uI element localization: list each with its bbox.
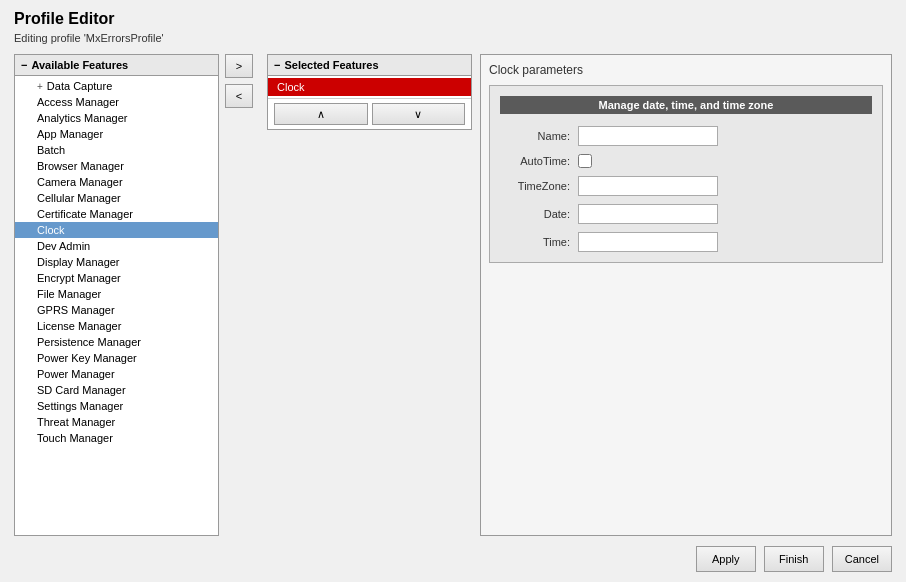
available-features-title: Available Features — [31, 59, 128, 71]
move-down-button[interactable]: ∨ — [372, 103, 466, 125]
cancel-button[interactable]: Cancel — [832, 546, 892, 572]
time-label: Time: — [500, 236, 570, 248]
selected-features-panel: − Selected Features Clock ∧ ∨ — [267, 54, 472, 130]
tree-item-browser-manager[interactable]: Browser Manager — [15, 158, 218, 174]
tree-item-touch-manager[interactable]: Touch Manager — [15, 430, 218, 446]
params-box: Manage date, time, and time zone Name: A… — [489, 85, 883, 263]
transfer-buttons: > < — [219, 54, 259, 536]
tree-item-persistence-manager[interactable]: Persistence Manager — [15, 334, 218, 350]
selected-features-title: Selected Features — [284, 59, 378, 71]
timezone-row: TimeZone: — [500, 176, 872, 196]
tree-item-clock[interactable]: Clock — [15, 222, 218, 238]
clock-parameters-title: Clock parameters — [489, 63, 883, 77]
selected-features-expander[interactable]: − — [274, 59, 280, 71]
tree-item-threat-manager[interactable]: Threat Manager — [15, 414, 218, 430]
date-row: Date: — [500, 204, 872, 224]
timezone-label: TimeZone: — [500, 180, 570, 192]
tree-item-access-manager[interactable]: Access Manager — [15, 94, 218, 110]
time-row: Time: — [500, 232, 872, 252]
tree-item-display-manager[interactable]: Display Manager — [15, 254, 218, 270]
date-input[interactable] — [578, 204, 718, 224]
tree-item-analytics-manager[interactable]: Analytics Manager — [15, 110, 218, 126]
clock-parameters-panel: Clock parameters Manage date, time, and … — [480, 54, 892, 536]
name-label: Name: — [500, 130, 570, 142]
autotime-label: AutoTime: — [500, 155, 570, 167]
timezone-input[interactable] — [578, 176, 718, 196]
params-header: Manage date, time, and time zone — [500, 96, 872, 114]
autotime-row: AutoTime: — [500, 154, 872, 168]
tree-item-cellular-manager[interactable]: Cellular Manager — [15, 190, 218, 206]
available-features-panel: − Available Features +Data CaptureAccess… — [14, 54, 219, 536]
autotime-checkbox[interactable] — [578, 154, 592, 168]
selected-area: − Selected Features Clock ∧ ∨ — [259, 54, 472, 536]
tree-item-sd-card-manager[interactable]: SD Card Manager — [15, 382, 218, 398]
available-features-list: +Data CaptureAccess ManagerAnalytics Man… — [15, 76, 218, 535]
apply-button[interactable]: Apply — [696, 546, 756, 572]
tree-item-file-manager[interactable]: File Manager — [15, 286, 218, 302]
tree-item-settings-manager[interactable]: Settings Manager — [15, 398, 218, 414]
selected-item-clock[interactable]: Clock — [268, 78, 471, 96]
page-title: Profile Editor — [14, 10, 892, 28]
available-features-expander[interactable]: − — [21, 59, 27, 71]
bottom-bar: Apply Finish Cancel — [0, 536, 906, 582]
selected-features-header: − Selected Features — [268, 55, 471, 76]
tree-item-camera-manager[interactable]: Camera Manager — [15, 174, 218, 190]
tree-item-encrypt-manager[interactable]: Encrypt Manager — [15, 270, 218, 286]
name-row: Name: — [500, 126, 872, 146]
tree-item-dev-admin[interactable]: Dev Admin — [15, 238, 218, 254]
finish-button[interactable]: Finish — [764, 546, 824, 572]
tree-item-power-key-manager[interactable]: Power Key Manager — [15, 350, 218, 366]
tree-item-gprs-manager[interactable]: GPRS Manager — [15, 302, 218, 318]
tree-item-certificate-manager[interactable]: Certificate Manager — [15, 206, 218, 222]
tree-item-batch[interactable]: Batch — [15, 142, 218, 158]
add-feature-button[interactable]: > — [225, 54, 253, 78]
available-features-header: − Available Features — [15, 55, 218, 76]
move-up-button[interactable]: ∧ — [274, 103, 368, 125]
name-input[interactable] — [578, 126, 718, 146]
tree-item-license-manager[interactable]: License Manager — [15, 318, 218, 334]
selected-features-list: Clock — [268, 76, 471, 98]
subtitle: Editing profile 'MxErrorsProfile' — [14, 32, 892, 44]
updown-buttons: ∧ ∨ — [268, 98, 471, 129]
time-input[interactable] — [578, 232, 718, 252]
tree-item-power-manager[interactable]: Power Manager — [15, 366, 218, 382]
tree-item-app-manager[interactable]: App Manager — [15, 126, 218, 142]
date-label: Date: — [500, 208, 570, 220]
tree-item-data-capture[interactable]: +Data Capture — [15, 78, 218, 94]
remove-feature-button[interactable]: < — [225, 84, 253, 108]
